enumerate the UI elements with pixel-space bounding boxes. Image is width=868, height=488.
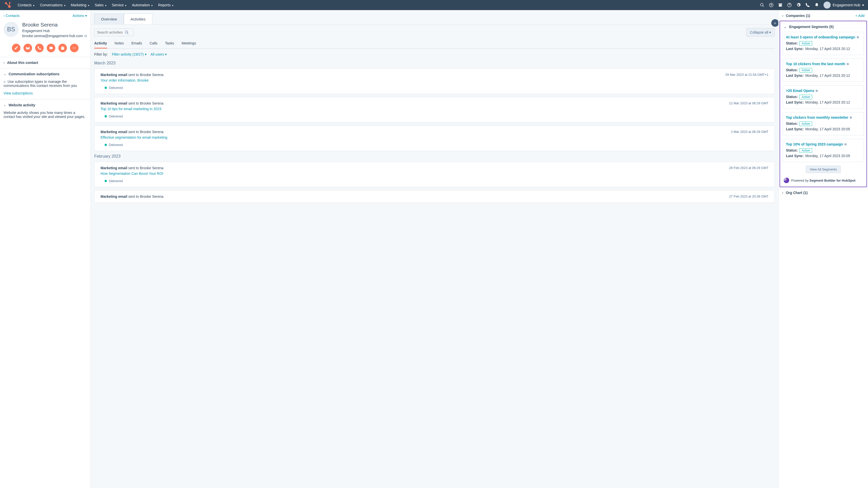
activity-card[interactable]: Marketing email sent to Brooke Serena 27… bbox=[94, 190, 775, 203]
month-group-label: March 2023 bbox=[94, 61, 775, 65]
web-section-toggle[interactable]: ⌄ Website activity bbox=[0, 99, 90, 111]
sync-value: Monday, 17 April 2023 20:12 bbox=[805, 73, 850, 78]
subtab-calls[interactable]: Calls bbox=[150, 39, 157, 49]
view-subscriptions-link[interactable]: View subscriptions bbox=[3, 91, 87, 95]
activity-date: 2 Mar 2023 at 06:29 GMT bbox=[731, 130, 769, 133]
segment-card: At least 3 opens of onboarding campaign … bbox=[783, 32, 864, 55]
search-input[interactable] bbox=[97, 30, 125, 34]
segment-builder-icon bbox=[784, 178, 789, 183]
bell-icon[interactable] bbox=[814, 3, 819, 7]
account-picker[interactable]: Engagement Hub ▾ bbox=[824, 1, 864, 8]
activity-card[interactable]: Marketing email sent to Brooke Serena 12… bbox=[94, 97, 775, 122]
activity-card[interactable]: Marketing email sent to Brooke Serena 29… bbox=[94, 68, 775, 94]
comm-section-toggle[interactable]: ⌄ Communication subscriptions bbox=[0, 68, 90, 80]
activity-subject[interactable]: Your order information, Brooke bbox=[100, 78, 769, 82]
status-label: Status: bbox=[786, 41, 798, 46]
companies-toggle[interactable]: ›Companies (1) + Add bbox=[779, 10, 868, 21]
contact-email: brooke.serena@engagement-hub.com bbox=[22, 34, 83, 38]
chevron-down-icon: ⌄ bbox=[3, 72, 6, 76]
subtab-meetings[interactable]: Meetings bbox=[182, 39, 196, 49]
note-button[interactable] bbox=[12, 44, 21, 52]
email-button[interactable] bbox=[24, 44, 32, 52]
status-badge: Active bbox=[799, 122, 812, 126]
logo-icon[interactable] bbox=[4, 1, 18, 9]
sync-value: Monday, 17 April 2023 20:05 bbox=[805, 127, 850, 131]
search-icon[interactable] bbox=[760, 3, 765, 7]
call-button[interactable] bbox=[35, 44, 44, 52]
about-section-toggle[interactable]: › About this contact bbox=[0, 57, 90, 68]
more-button[interactable] bbox=[70, 44, 79, 52]
status-dot-icon bbox=[104, 87, 107, 89]
svg-point-8 bbox=[73, 48, 73, 49]
activity-recipient: sent to Brooke Serena bbox=[128, 101, 163, 105]
task-button[interactable] bbox=[58, 44, 67, 52]
external-link-icon: ⧉ bbox=[857, 36, 859, 39]
nav-conversations[interactable]: Conversations ▾ bbox=[40, 3, 65, 7]
settings-icon[interactable] bbox=[796, 3, 801, 7]
activity-type: Marketing email bbox=[100, 73, 127, 77]
nav-service[interactable]: Service ▾ bbox=[112, 3, 127, 7]
sync-label: Last Sync: bbox=[786, 154, 804, 158]
segment-link[interactable]: Top clickers from monthly newsletter ⧉ bbox=[786, 116, 861, 120]
external-link-icon: ⧉ bbox=[847, 62, 849, 66]
svg-point-10 bbox=[75, 48, 76, 49]
nav-contacts[interactable]: Contacts ▾ bbox=[18, 3, 34, 7]
nav-sales[interactable]: Sales ▾ bbox=[95, 3, 106, 7]
segment-link[interactable]: >25 Email Opens ⧉ bbox=[786, 89, 861, 93]
back-link[interactable]: ‹ Contacts bbox=[3, 13, 20, 18]
activity-recipient: sent to Brooke Serena bbox=[128, 194, 163, 199]
status-dot-icon bbox=[104, 144, 107, 146]
activity-status: Delivered bbox=[109, 143, 123, 147]
activity-subject[interactable]: Effective segmentation for email marketi… bbox=[100, 135, 769, 140]
tab-overview[interactable]: Overview bbox=[94, 13, 124, 24]
activity-subject[interactable]: How Segmentation Can Boost Your ROI bbox=[100, 172, 769, 176]
activity-recipient: sent to Brooke Serena bbox=[128, 73, 163, 77]
actions-dropdown[interactable]: Actions ▾ bbox=[72, 13, 87, 18]
activity-type: Marketing email bbox=[100, 130, 127, 134]
orgchart-toggle[interactable]: ›Org Chart (1) bbox=[779, 187, 868, 198]
subtab-emails[interactable]: Emails bbox=[131, 39, 142, 49]
copy-icon[interactable]: ⧉ bbox=[84, 34, 87, 38]
sync-value: Monday, 17 April 2023 20:12 bbox=[805, 100, 850, 104]
status-dot-icon bbox=[104, 115, 107, 118]
filter-label: Filter by: bbox=[94, 52, 108, 56]
bullet-icon bbox=[3, 81, 5, 83]
nav-marketing[interactable]: Marketing ▾ bbox=[71, 3, 89, 7]
segment-link[interactable]: Top 10% of Spring 2023 campaign ⧉ bbox=[786, 142, 861, 146]
svg-point-3 bbox=[761, 3, 763, 6]
activity-subject[interactable]: Top 10 tips for email marketing in 2023 bbox=[100, 107, 769, 111]
view-all-segments-button[interactable]: View All Segments bbox=[806, 166, 840, 173]
segments-toggle[interactable]: ⌄Engagement Segments (5) bbox=[783, 21, 864, 32]
log-button[interactable] bbox=[47, 44, 55, 52]
add-company-link[interactable]: + Add bbox=[856, 13, 865, 18]
subtab-tasks[interactable]: Tasks bbox=[165, 39, 174, 49]
activity-card[interactable]: Marketing email sent to Brooke Serena 2 … bbox=[94, 125, 775, 151]
tab-activities[interactable]: Activities bbox=[124, 13, 152, 24]
upload-icon[interactable] bbox=[769, 3, 774, 7]
sync-label: Last Sync: bbox=[786, 100, 804, 104]
marketplace-icon[interactable] bbox=[778, 3, 783, 7]
chevron-down-icon: ⌄ bbox=[3, 103, 6, 107]
account-name: Engagement Hub bbox=[833, 3, 860, 7]
nav-automation[interactable]: Automation ▾ bbox=[132, 3, 153, 7]
segment-link[interactable]: At least 3 opens of onboarding campaign … bbox=[786, 35, 861, 39]
help-icon[interactable] bbox=[787, 3, 792, 7]
filter-activity-dropdown[interactable]: Filter activity (19/27) ▾ bbox=[112, 52, 147, 56]
subtab-notes[interactable]: Notes bbox=[115, 39, 124, 49]
nav-reports[interactable]: Reports ▾ bbox=[158, 3, 173, 7]
segment-link[interactable]: Top 10 clickers from the last month ⧉ bbox=[786, 62, 861, 66]
collapse-all-button[interactable]: Collapse all ▾ bbox=[746, 28, 775, 37]
phone-icon[interactable] bbox=[805, 3, 810, 7]
collapse-right-button[interactable]: » bbox=[771, 19, 778, 27]
subtab-activity[interactable]: Activity bbox=[94, 39, 107, 49]
activity-status: Delivered bbox=[109, 115, 123, 118]
top-nav: Contacts ▾Conversations ▾Marketing ▾Sale… bbox=[0, 0, 868, 10]
sync-value: Monday, 17 April 2023 20:12 bbox=[805, 47, 850, 51]
contact-sidebar: ‹ Contacts Actions ▾ BS Brooke Serena En… bbox=[0, 10, 91, 488]
segment-card: Top 10 clickers from the last month ⧉Sta… bbox=[783, 59, 864, 82]
associations-panel: ›Companies (1) + Add ⌄Engagement Segment… bbox=[778, 10, 868, 488]
status-badge: Active bbox=[799, 95, 812, 99]
filter-users-dropdown[interactable]: All users ▾ bbox=[151, 52, 167, 56]
search-activities[interactable] bbox=[94, 29, 134, 36]
activity-card[interactable]: Marketing email sent to Brooke Serena 28… bbox=[94, 162, 775, 187]
